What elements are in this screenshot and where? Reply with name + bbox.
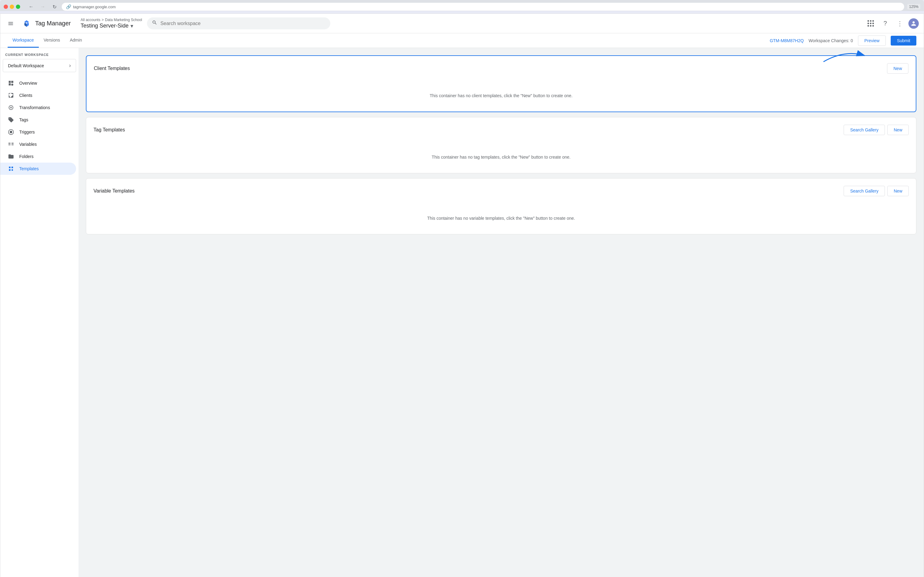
browser-close-btn[interactable] [4,5,8,9]
logo-link[interactable]: Tag Manager [21,18,71,29]
tag-templates-new-button[interactable]: New [887,125,909,135]
app-container: Tag Manager All accounts > Data Marketin… [0,13,924,577]
breadcrumb: All accounts > Data Marketing School [80,18,142,22]
account-link[interactable]: Data Marketing School [105,18,142,22]
container-selector-btn[interactable]: Testing Server-Side ▾ [80,23,142,29]
annotation-arrow [820,48,869,65]
preview-button[interactable]: Preview [858,35,886,46]
browser-min-btn[interactable] [10,5,14,9]
sidebar-toggle-btn[interactable] [5,18,16,29]
sidebar-item-label: Templates [19,166,39,171]
hamburger-icon [8,21,14,27]
main-layout: CURRENT WORKSPACE Default Workspace › Ov… [0,48,924,577]
search-bar [147,18,330,29]
app-title: Tag Manager [35,20,71,27]
submit-button[interactable]: Submit [891,36,916,45]
avatar[interactable] [908,18,919,29]
sidebar-item-label: Folders [19,154,34,159]
help-btn[interactable]: ? [879,18,891,30]
tab-admin[interactable]: Admin [65,33,87,48]
sidebar-item-overview[interactable]: Overview [0,77,76,89]
sidebar-item-label: Variables [19,142,37,147]
browser-controls: ← → ↻ 🔗 tagmanager.google.com 125% [4,2,920,11]
tags-icon [8,117,14,123]
tab-versions[interactable]: Versions [39,33,65,48]
client-templates-section: Client Templates [86,55,916,112]
sidebar-item-transformations[interactable]: Transformations [0,102,76,114]
sidebar-item-label: Clients [19,93,32,98]
reload-btn[interactable]: ↻ [50,2,59,11]
sidebar-item-tags[interactable]: Tags [0,114,76,126]
variable-templates-section: Variable Templates Search Gallery New Th… [86,178,916,234]
sidebar-item-variables[interactable]: Variables [0,138,76,150]
chevron-down-icon: ▾ [130,23,133,29]
breadcrumb-separator: > [101,18,104,22]
account-info: All accounts > Data Marketing School Tes… [80,18,142,29]
nav-icons: ? ⋮ [864,18,919,30]
all-accounts-link[interactable]: All accounts [80,18,101,22]
tag-templates-actions: Search Gallery New [844,125,909,135]
client-templates-title: Client Templates [94,66,130,71]
clients-icon [8,92,14,98]
nav-tabs: Workspace Versions Admin [8,33,87,48]
templates-icon [8,166,14,172]
top-nav: Tag Manager All accounts > Data Marketin… [0,14,924,33]
variable-templates-title: Variable Templates [93,188,135,194]
lock-icon: 🔗 [66,4,71,9]
variable-templates-new-button[interactable]: New [887,186,909,196]
second-nav: Workspace Versions Admin GTM-M8M87H2Q Wo… [0,33,924,48]
sidebar-item-templates[interactable]: Templates [0,163,76,175]
variables-icon [8,141,14,147]
client-templates-empty-message: This container has no client templates, … [94,81,908,104]
client-templates-header: Client Templates [94,63,908,74]
back-btn[interactable]: ← [27,2,35,11]
sidebar-item-triggers[interactable]: Triggers [0,126,76,138]
variable-templates-search-gallery-button[interactable]: Search Gallery [844,186,885,196]
tag-templates-title: Tag Templates [93,127,125,133]
sidebar-item-label: Tags [19,118,28,122]
browser-max-btn[interactable] [16,5,20,9]
sidebar-item-label: Triggers [19,130,35,134]
search-input[interactable] [160,21,325,26]
sidebar-item-clients[interactable]: Clients [0,89,76,102]
url-text: tagmanager.google.com [73,5,116,9]
tag-templates-empty-message: This container has no tag templates, cli… [93,142,909,166]
folders-icon [8,153,14,160]
sidebar-item-label: Transformations [19,105,50,110]
workspace-selector[interactable]: Default Workspace › [3,59,76,72]
sidebar-item-label: Overview [19,81,37,85]
svg-point-2 [10,131,12,133]
variable-templates-actions: Search Gallery New [844,186,909,196]
tag-templates-section: Tag Templates Search Gallery New This co… [86,117,916,173]
workspace-info: GTM-M8M87H2Q Workspace Changes: 0 Previe… [770,35,916,46]
content-area: Client Templates [79,48,924,577]
sidebar: CURRENT WORKSPACE Default Workspace › Ov… [0,48,79,577]
more-options-btn[interactable]: ⋮ [894,18,906,30]
current-workspace-label: CURRENT WORKSPACE [0,53,79,59]
triggers-icon [8,129,14,135]
container-name: Testing Server-Side [80,23,129,29]
search-icon [152,20,157,27]
workspace-name: Default Workspace [8,63,44,68]
address-bar[interactable]: 🔗 tagmanager.google.com [62,3,904,11]
sidebar-nav: Overview Clients [0,77,79,175]
client-templates-new-button[interactable]: New [887,63,908,74]
tag-templates-search-gallery-button[interactable]: Search Gallery [844,125,885,135]
forward-btn[interactable]: → [39,2,47,11]
tag-templates-header: Tag Templates Search Gallery New [93,125,909,135]
browser-chrome: ← → ↻ 🔗 tagmanager.google.com 125% [0,0,924,11]
transformations-icon [8,105,14,111]
grid-dots-icon [868,20,874,27]
client-templates-actions: New [885,63,908,74]
chevron-right-icon: › [69,62,71,69]
sidebar-item-folders[interactable]: Folders [0,150,76,163]
logo-icon [21,18,32,29]
overview-icon [8,80,14,86]
zoom-level: 125% [907,4,920,10]
variable-templates-header: Variable Templates Search Gallery New [93,186,909,196]
tab-workspace[interactable]: Workspace [8,33,39,48]
grid-apps-btn[interactable] [864,18,877,30]
workspace-changes: Workspace Changes: 0 [808,38,853,43]
gtm-id[interactable]: GTM-M8M87H2Q [770,38,803,43]
variable-templates-empty-message: This container has no variable templates… [93,203,909,227]
